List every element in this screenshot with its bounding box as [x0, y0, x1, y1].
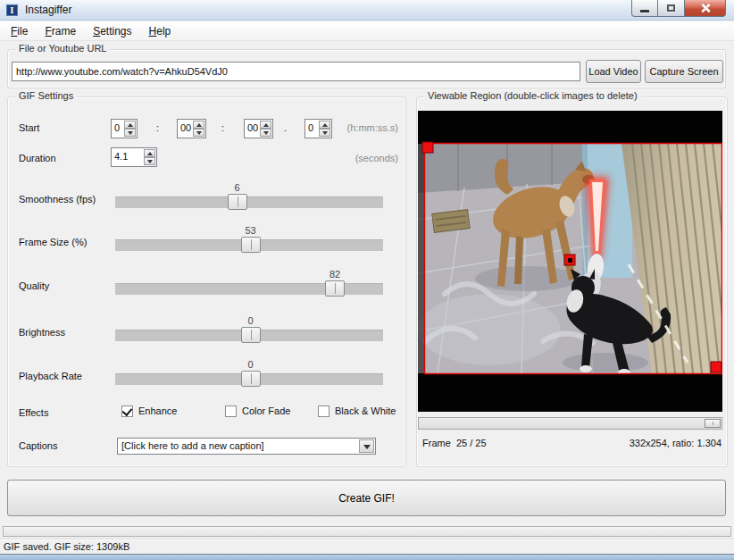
spin-down-icon[interactable] [319, 129, 330, 137]
gif-settings-label: GIF Settings [15, 90, 77, 101]
gif-settings-groupbox: GIF Settings Start 0 : 00 : 00 . 0 (h:mm… [7, 96, 406, 467]
status-message: GIF saved. GIF size: 1309kB [4, 541, 129, 552]
black-white-label: Black & White [335, 405, 396, 416]
captions-value: [Click here to add a new caption] [121, 440, 264, 451]
brightness-slider[interactable]: 0 [115, 315, 383, 346]
start-seconds-value: 00 [247, 122, 258, 133]
duration-label: Duration [19, 153, 56, 163]
window-title: Instagiffer [25, 4, 71, 16]
doormat [432, 210, 470, 233]
status-bar: GIF saved. GIF size: 1309kB [0, 539, 734, 554]
time-separator: : [156, 122, 159, 133]
duration-hint: (seconds) [355, 153, 398, 163]
spin-up-icon[interactable] [144, 149, 155, 157]
maximize-icon [667, 4, 675, 12]
brightness-value: 0 [247, 315, 253, 326]
quality-slider[interactable]: 82 [115, 269, 383, 299]
video-preview[interactable] [418, 111, 722, 412]
selection-handle-top-left[interactable] [422, 142, 433, 153]
close-button[interactable] [685, 0, 726, 17]
frame-scrollbar-handle[interactable] [705, 419, 721, 428]
load-video-button[interactable]: Load Video [586, 60, 641, 83]
spin-up-icon[interactable] [319, 121, 330, 129]
menu-settings[interactable]: Settings [86, 21, 138, 40]
quality-row: Quality 82 [8, 269, 407, 299]
frame-size-handle[interactable] [241, 237, 261, 253]
captions-combobox[interactable]: [Click here to add a new caption] [117, 438, 376, 455]
close-icon [700, 3, 711, 13]
spin-down-icon[interactable] [260, 129, 271, 137]
maximize-button[interactable] [658, 0, 685, 17]
frame-size-label: Frame Size (%) [19, 237, 87, 247]
dropdown-button[interactable] [359, 439, 374, 453]
duration-value: 4.1 [114, 151, 128, 162]
minimize-icon [640, 10, 649, 13]
effects-options: Enhance Color Fade Black & White [121, 405, 398, 420]
spin-down-icon[interactable] [124, 129, 136, 137]
url-group-label: File or Youtube URL [15, 43, 110, 54]
capture-screen-button[interactable]: Capture Screen [645, 60, 723, 83]
minimize-button[interactable] [631, 0, 658, 17]
menu-file[interactable]: File [4, 21, 35, 40]
start-tenths-value: 0 [308, 122, 313, 133]
selection-handle-bottom-right[interactable] [711, 362, 721, 372]
enhance-checkbox[interactable] [121, 405, 133, 417]
frame-size-row: Frame Size (%) 53 [8, 225, 407, 255]
captions-label: Captions [19, 440, 57, 451]
chevron-down-icon [363, 445, 371, 449]
time-separator: . [284, 122, 287, 133]
frame-size-value: 53 [245, 225, 255, 236]
smoothness-label: Smoothness (fps) [19, 194, 96, 205]
create-gif-button[interactable]: Create GIF! [7, 480, 726, 516]
spin-up-icon[interactable] [193, 121, 204, 129]
start-hours-value: 0 [114, 122, 120, 133]
smoothness-value: 6 [234, 182, 239, 193]
brightness-handle[interactable] [241, 327, 261, 343]
effects-label: Effects [19, 407, 48, 418]
window-frame-edge [0, 554, 734, 560]
menu-frame[interactable]: Frame [38, 21, 83, 40]
smoothness-track[interactable] [115, 196, 383, 208]
enhance-label: Enhance [138, 405, 177, 416]
time-separator: : [221, 122, 224, 133]
duration-spinner[interactable]: 4.1 [111, 147, 157, 167]
menu-help[interactable]: Help [142, 21, 179, 40]
frame-counter: Frame 25 / 25 [422, 438, 487, 448]
start-hours-spinner[interactable]: 0 [111, 119, 138, 138]
instagiffer-window: I Instagiffer File Frame Settings Help F… [0, 0, 734, 560]
color-fade-checkbox[interactable] [225, 405, 237, 417]
quality-handle[interactable] [325, 280, 345, 297]
spin-up-icon[interactable] [260, 121, 271, 129]
brightness-label: Brightness [19, 327, 65, 338]
start-label: Start [19, 122, 39, 133]
titlebar[interactable]: I Instagiffer [0, 0, 734, 21]
start-seconds-spinner[interactable]: 00 [244, 119, 273, 138]
smoothness-handle[interactable] [228, 194, 247, 210]
smoothness-row: Smoothness (fps) 6 [8, 182, 407, 213]
frame-size-slider[interactable]: 53 [115, 225, 383, 255]
smoothness-slider[interactable]: 6 [115, 182, 383, 213]
start-tenths-spinner[interactable]: 0 [304, 119, 332, 138]
size-ratio-label: 332x254, ratio: 1.304 [630, 438, 721, 448]
color-fade-label: Color Fade [242, 405, 290, 416]
playback-rate-value: 0 [247, 359, 253, 370]
spin-down-icon[interactable] [144, 157, 155, 165]
spin-down-icon[interactable] [193, 129, 204, 137]
video-frame-image [418, 111, 722, 412]
playback-rate-slider[interactable]: 0 [115, 359, 383, 389]
url-input[interactable] [12, 62, 580, 81]
black-white-checkbox[interactable] [318, 405, 329, 417]
start-minutes-value: 00 [180, 122, 191, 133]
quality-label: Quality [19, 280, 49, 291]
spin-up-icon[interactable] [124, 121, 136, 129]
quality-value: 82 [329, 269, 340, 280]
app-icon: I [5, 4, 19, 17]
frame-scrollbar[interactable] [418, 417, 722, 430]
viewable-region-groupbox: Viewable Region (double-click images to … [416, 96, 728, 467]
playback-rate-handle[interactable] [241, 371, 261, 387]
playback-rate-label: Playback Rate [19, 371, 82, 381]
menubar: File Frame Settings Help [0, 21, 734, 41]
progress-bar [3, 526, 731, 537]
viewable-region-label: Viewable Region (double-click images to … [424, 90, 641, 101]
start-minutes-spinner[interactable]: 00 [177, 119, 206, 138]
